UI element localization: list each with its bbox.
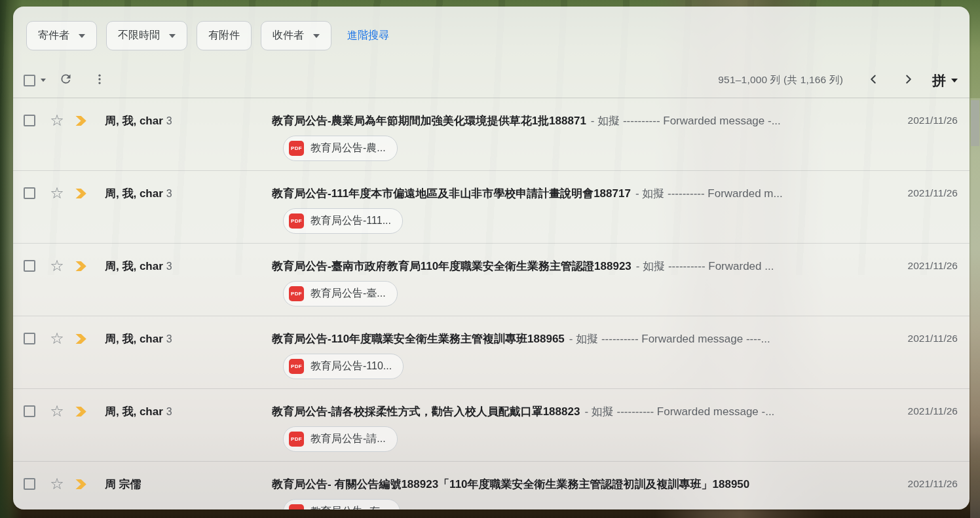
star-icon[interactable]: ☆ [49, 403, 65, 419]
scrollbar[interactable] [970, 98, 980, 518]
sender-names: 周, 我, char [105, 187, 163, 200]
email-date: 2021/11/26 [880, 405, 958, 417]
attachment-name: 教育局公告-111... [311, 214, 391, 228]
email-row-attachments: PDF 教育局公告-111... [13, 208, 970, 234]
row-checkbox[interactable] [24, 405, 35, 417]
star-icon[interactable]: ☆ [49, 476, 65, 492]
email-sender: 周, 我, char3 [105, 259, 272, 274]
star-icon[interactable]: ☆ [49, 258, 65, 274]
refresh-icon [59, 72, 73, 88]
email-row-attachments: PDF 教育局公告-農... [13, 136, 970, 161]
pdf-icon: PDF [289, 213, 304, 229]
chevron-down-icon [951, 79, 958, 83]
sender-names: 周 宗儒 [105, 478, 141, 490]
star-icon[interactable]: ☆ [49, 185, 65, 201]
email-row-main: ☆ 周, 我, char3 教育局公告-臺南市政府教育局110年度職業安全衛生業… [13, 244, 970, 280]
more-vert-icon [93, 73, 106, 88]
scrollbar-thumb[interactable] [971, 100, 979, 146]
email-row-main: ☆ 周, 我, char3 教育局公告-110年度職業安全衛生業務主管複訓專班1… [13, 316, 970, 352]
pdf-icon: PDF [289, 286, 304, 301]
email-snippet: - 如擬 ---------- Forwarded m... [635, 187, 783, 200]
row-checkbox[interactable] [24, 260, 35, 272]
email-sender: 周, 我, char3 [105, 331, 272, 346]
email-snippet: - 如擬 ---------- Forwarded ... [636, 260, 774, 272]
filter-chip[interactable]: 收件者 [261, 21, 331, 50]
attachment-chip[interactable]: PDF 教育局公告- 有... [283, 499, 400, 509]
email-subject: 教育局公告-110年度職業安全衛生業務主管複訓專班188965 [272, 333, 565, 345]
email-row[interactable]: ☆ 周, 我, char3 教育局公告-110年度職業安全衛生業務主管複訓專班1… [13, 316, 970, 389]
email-date: 2021/11/26 [880, 187, 958, 199]
attachment-chip[interactable]: PDF 教育局公告-請... [283, 426, 398, 452]
attachment-chip[interactable]: PDF 教育局公告-110... [283, 354, 404, 379]
sender-names: 周, 我, char [105, 260, 163, 272]
email-row-attachments: PDF 教育局公告-請... [13, 426, 970, 452]
importance-marker-icon[interactable] [75, 479, 88, 490]
email-row-main: ☆ 周, 我, char3 教育局公告-請各校採柔性方式，勸告入校人員配戴口罩1… [13, 389, 970, 425]
importance-marker-icon[interactable] [75, 261, 88, 272]
pdf-icon: PDF [289, 432, 304, 447]
attachment-chip[interactable]: PDF 教育局公告-111... [283, 208, 403, 234]
importance-marker-icon[interactable] [75, 333, 88, 344]
importance-marker-icon[interactable] [75, 406, 88, 417]
pdf-icon: PDF [289, 504, 304, 509]
input-tools-button[interactable]: 拼 [932, 71, 958, 90]
attachment-name: 教育局公告-110... [311, 360, 392, 373]
email-subject: 教育局公告-農業局為年節期間加強美化環境提供草花1批188871 [272, 115, 586, 127]
sender-names: 周, 我, char [105, 333, 163, 345]
email-snippet: - 如擬 ---------- Forwarded message -... [591, 115, 781, 127]
row-checkbox[interactable] [24, 187, 35, 199]
older-page-button[interactable] [894, 66, 923, 95]
row-checkbox[interactable] [24, 115, 35, 126]
star-icon[interactable]: ☆ [49, 113, 65, 128]
filter-chip-label: 有附件 [208, 29, 240, 43]
email-date: 2021/11/26 [880, 333, 958, 344]
newer-page-button[interactable] [859, 66, 888, 95]
email-subject: 教育局公告-111年度本市偏遠地區及非山非市學校申請計畫說明會188717 [272, 187, 631, 200]
refresh-button[interactable] [52, 67, 79, 94]
attachment-name: 教育局公告-臺... [311, 287, 386, 301]
email-subject-line: 教育局公告-農業局為年節期間加強美化環境提供草花1批188871- 如擬 ---… [272, 113, 880, 128]
advanced-search-link[interactable]: 進階搜尋 [347, 29, 389, 43]
email-subject: 教育局公告- 有關公告編號188923「110年度職業安全衛生業務主管認證初訓及… [272, 478, 749, 490]
email-row[interactable]: ☆ 周 宗儒 教育局公告- 有關公告編號188923「110年度職業安全衛生業務… [13, 462, 970, 509]
filter-chip[interactable]: 不限時間 [106, 21, 187, 50]
chevron-down-icon [79, 34, 85, 38]
attachment-chip[interactable]: PDF 教育局公告-農... [283, 136, 398, 161]
importance-marker-icon[interactable] [75, 115, 88, 126]
email-row[interactable]: ☆ 周, 我, char3 教育局公告-111年度本市偏遠地區及非山非市學校申請… [13, 171, 970, 244]
email-row-main: ☆ 周, 我, char3 教育局公告-111年度本市偏遠地區及非山非市學校申請… [13, 171, 970, 207]
email-sender: 周, 我, char3 [105, 113, 272, 128]
filter-chip[interactable]: 有附件 [197, 21, 252, 50]
email-date: 2021/11/26 [880, 478, 958, 490]
more-options-button[interactable] [86, 67, 113, 94]
email-sender: 周 宗儒 [105, 477, 272, 492]
email-row-attachments: PDF 教育局公告- 有... [13, 499, 970, 509]
attachment-chip[interactable]: PDF 教育局公告-臺... [283, 281, 398, 306]
chevron-right-icon [901, 72, 916, 89]
message-count: 3 [166, 333, 172, 344]
sender-names: 周, 我, char [105, 115, 163, 127]
attachment-name: 教育局公告- 有... [311, 505, 388, 509]
email-row[interactable]: ☆ 周, 我, char3 教育局公告-請各校採柔性方式，勸告入校人員配戴口罩1… [13, 389, 970, 462]
toolbar-left [24, 67, 113, 94]
message-count: 3 [166, 406, 172, 417]
filter-chip[interactable]: 寄件者 [26, 21, 97, 50]
email-date: 2021/11/26 [880, 115, 958, 126]
email-row-attachments: PDF 教育局公告-臺... [13, 281, 970, 306]
pdf-icon: PDF [289, 141, 304, 156]
importance-marker-icon[interactable] [75, 188, 88, 199]
message-count: 3 [166, 261, 172, 272]
star-icon[interactable]: ☆ [49, 331, 65, 346]
email-date: 2021/11/26 [880, 260, 958, 272]
chevron-left-icon [866, 72, 880, 89]
sender-names: 周, 我, char [105, 405, 163, 418]
row-checkbox[interactable] [24, 478, 35, 490]
email-row[interactable]: ☆ 周, 我, char3 教育局公告-農業局為年節期間加強美化環境提供草花1批… [13, 98, 970, 171]
email-sender: 周, 我, char3 [105, 186, 272, 201]
row-checkbox[interactable] [24, 333, 35, 344]
email-sender: 周, 我, char3 [105, 404, 272, 419]
filter-chip-row: 寄件者 不限時間 有附件 收件者 進階搜尋 [13, 7, 970, 63]
select-all-checkbox[interactable] [24, 75, 35, 86]
select-dropdown-icon[interactable] [41, 79, 46, 82]
email-row[interactable]: ☆ 周, 我, char3 教育局公告-臺南市政府教育局110年度職業安全衛生業… [13, 244, 970, 316]
